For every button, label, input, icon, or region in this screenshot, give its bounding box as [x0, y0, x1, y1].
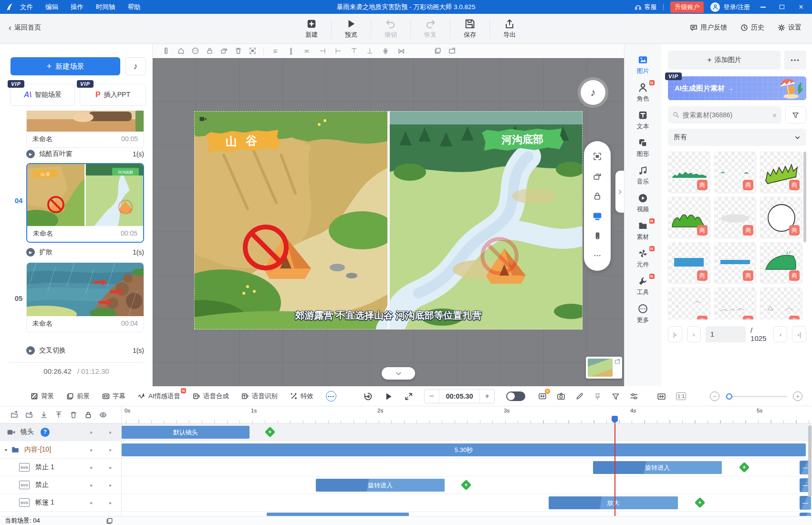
tts-button[interactable]: 语音合成 — [193, 392, 229, 401]
lock-track-icon[interactable] — [84, 411, 92, 419]
effect-clip-rotate-in[interactable]: 旋转进入 — [593, 461, 722, 474]
rail-item-material[interactable]: N 素材 — [628, 219, 658, 243]
fit-timeline-icon[interactable] — [657, 392, 666, 401]
clip-end-marker[interactable] — [800, 513, 811, 516]
track-partial[interactable] — [0, 512, 812, 516]
align-right-icon[interactable]: ≍ — [302, 47, 311, 55]
rail-item-tools[interactable]: N 工具 — [628, 275, 658, 298]
export-button[interactable]: 导出 — [490, 17, 529, 39]
scene-subtitle[interactable]: 郊游露营 不宜选择山谷 河沟底部等位置扎营 — [194, 309, 583, 322]
new-scene-button[interactable]: + 新建场景 — [10, 57, 120, 75]
undo-button[interactable]: 撤销 — [371, 17, 410, 39]
history-button[interactable]: 历史 — [740, 23, 764, 32]
asset-filter-button[interactable] — [785, 106, 806, 124]
asset-tile-grass-strip[interactable]: 商 — [668, 152, 710, 193]
fit-screen-icon[interactable] — [593, 152, 602, 161]
play-button[interactable] — [384, 392, 393, 401]
page-setup-icon[interactable] — [177, 47, 185, 54]
minimize-button[interactable] — [757, 2, 769, 12]
menu-help[interactable]: 帮助 — [128, 3, 141, 11]
transition-item[interactable]: ▶ 交叉切换 1(s) — [26, 346, 144, 355]
preview-button[interactable]: 预览 — [332, 17, 371, 39]
add-keyframe-diamond[interactable]: + — [695, 497, 706, 508]
track-settings-icon[interactable] — [630, 392, 638, 401]
playhead-line[interactable] — [614, 423, 615, 516]
rail-item-music[interactable]: 音乐 — [628, 164, 658, 187]
track-lock-dot[interactable]: ● — [90, 500, 93, 505]
align-top-icon[interactable]: ⊣ — [318, 47, 327, 55]
ai-generate-banner[interactable]: VIP AI生成图片素材 → — [668, 76, 806, 100]
delete-icon[interactable] — [235, 47, 242, 54]
asset-tile-sketch-1[interactable]: 商 — [668, 288, 710, 319]
increase-time-button[interactable]: + — [480, 392, 494, 401]
fullscreen-preview-icon[interactable] — [405, 392, 413, 401]
collapse-canvas-tab[interactable] — [382, 367, 415, 380]
menu-edit[interactable]: 编辑 — [45, 3, 58, 11]
category-dropdown[interactable]: 所有 — [668, 129, 806, 146]
add-keyframe-diamond[interactable]: + — [739, 462, 750, 473]
save-button[interactable]: 保存 — [450, 17, 489, 39]
insert-ppt-button[interactable]: VIP P 插入PPT — [80, 84, 146, 106]
align-center-icon[interactable]: ∥ — [287, 47, 295, 55]
rail-item-video[interactable]: 视频 — [628, 192, 658, 215]
track-lock-dot[interactable]: ● — [90, 447, 93, 453]
scene-item-03[interactable]: 未命名 00:05 — [26, 111, 144, 148]
distribute-h-icon[interactable]: ⊥ — [365, 47, 374, 55]
unlock-icon[interactable] — [593, 192, 602, 200]
prohibition-sign-faded[interactable] — [480, 237, 519, 275]
add-keyframe-diamond[interactable]: + — [265, 427, 276, 438]
rail-item-shape[interactable]: 图形 — [628, 136, 658, 160]
rail-item-text[interactable]: 文本 — [628, 109, 658, 132]
last-page-button[interactable]: ›| — [792, 326, 806, 342]
next-page-button[interactable]: › — [773, 326, 788, 342]
track-jinzhi-1[interactable]: SVG 禁止 1 ●● 旋转进入 + — — [0, 459, 812, 476]
lock-icon[interactable] — [206, 47, 213, 54]
menu-file[interactable]: 文件 — [20, 3, 33, 11]
rotate-view-icon[interactable] — [593, 172, 602, 181]
settings-button[interactable]: 设置 — [778, 23, 802, 32]
asset-tile-grass-tufts[interactable]: 商 — [714, 152, 757, 193]
rail-item-character[interactable]: N 角色 — [628, 81, 658, 104]
track-eye-dot[interactable]: ● — [109, 465, 112, 470]
track-jinzhi[interactable]: SVG 禁止 ●● 旋转进入 + — — [0, 476, 812, 494]
back-home-button[interactable]: ‹ 返回首页 — [9, 23, 41, 32]
timeline-scrollbar[interactable] — [808, 425, 812, 497]
panel-expand-tab[interactable] — [615, 171, 624, 213]
scene-duration-value[interactable]: 00:05.30 — [439, 390, 480, 403]
align-left-icon[interactable]: ≡ — [271, 47, 280, 55]
align-middle-icon[interactable]: ⊢ — [334, 47, 343, 55]
menu-timeline[interactable]: 时间轴 — [96, 3, 115, 11]
duplicate-scene-icon[interactable] — [106, 517, 113, 525]
scene-music-fab[interactable]: ♪ — [581, 80, 605, 105]
track-camera[interactable]: 镜头 ? ●● 默认镜头 + — [0, 423, 812, 441]
foreground-button[interactable]: 前景 — [66, 392, 90, 401]
smart-scene-button[interactable]: VIP A\ 智能场景 — [10, 84, 75, 106]
asset-tile-sketch-3[interactable]: 商 — [760, 288, 802, 319]
feedback-button[interactable]: 用户反馈 — [690, 23, 727, 32]
help-icon[interactable]: ? — [41, 428, 50, 437]
close-button[interactable]: × — [795, 2, 807, 12]
new-group-icon[interactable] — [25, 411, 33, 419]
edit-icon[interactable] — [575, 392, 583, 401]
assets-scrollbar[interactable] — [803, 152, 806, 242]
first-page-button[interactable]: |‹ — [668, 326, 682, 342]
scene-music-button[interactable]: ♪ — [125, 57, 146, 75]
page-input[interactable] — [706, 326, 746, 342]
pin-icon[interactable] — [593, 392, 602, 401]
asset-tile-shadow-ellipse[interactable]: 商 — [714, 197, 757, 238]
canvas-workspace[interactable]: 山 谷 河沟底部 郊游露营 不宜选择山谷 河沟底部等位置扎营 ♪ — [153, 58, 624, 386]
background-button[interactable]: 背景 — [31, 392, 54, 401]
login-button[interactable]: 登录/注册 — [710, 2, 750, 12]
rail-item-widget[interactable]: N 元件 — [628, 247, 658, 270]
rail-item-more[interactable]: 更多 — [628, 302, 658, 326]
stage[interactable]: 山 谷 河沟底部 郊游露营 不宜选择山谷 河沟底部等位置扎营 — [194, 111, 583, 329]
camera-clip[interactable]: 默认镜头 — [122, 426, 250, 439]
move-down-icon[interactable] — [40, 411, 48, 419]
new-project-button[interactable]: 新建 — [292, 17, 331, 39]
rail-item-image[interactable]: 图片 — [628, 53, 658, 77]
maximize-button[interactable] — [776, 2, 788, 12]
asset-more-button[interactable]: ••• — [784, 51, 806, 70]
zoom-out-button[interactable]: − — [710, 391, 719, 401]
customer-service-button[interactable]: 客服 — [635, 3, 656, 11]
track-eye-dot[interactable]: ● — [109, 447, 112, 453]
